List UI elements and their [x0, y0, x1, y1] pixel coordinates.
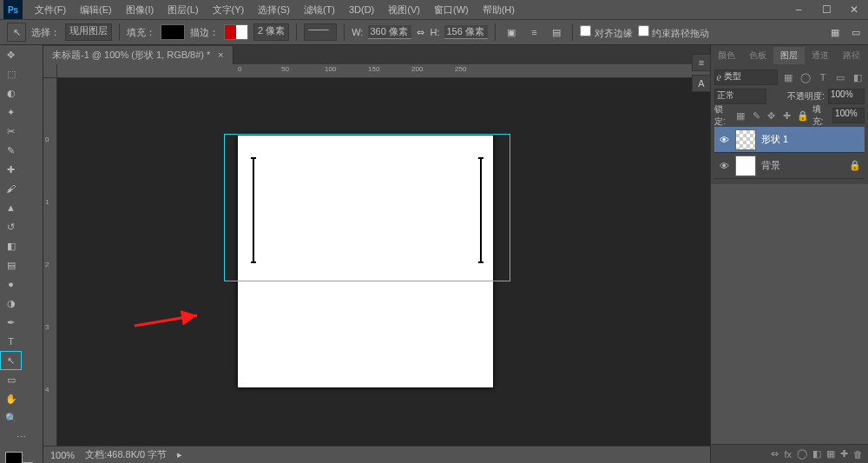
- ruler-origin[interactable]: [43, 64, 57, 78]
- fx-icon[interactable]: fx: [784, 449, 792, 460]
- blur-tool[interactable]: ●: [0, 274, 22, 294]
- select-layers-dropdown[interactable]: 现用图层: [65, 23, 112, 41]
- opacity-field[interactable]: 100%: [828, 89, 865, 104]
- stroke-type-dropdown[interactable]: ───: [304, 23, 337, 41]
- filter-shape-icon[interactable]: ▭: [833, 72, 847, 83]
- menu-image[interactable]: 图像(I): [119, 3, 161, 17]
- color-swatches[interactable]: [0, 450, 43, 463]
- dodge-tool[interactable]: ◑: [0, 294, 22, 313]
- history-tool[interactable]: ↺: [0, 217, 22, 236]
- pen-tool[interactable]: ✒: [0, 313, 22, 332]
- lock-icon[interactable]: 🔒: [849, 160, 861, 171]
- group-icon[interactable]: ▦: [826, 448, 835, 460]
- brush-tool[interactable]: 🖌: [0, 179, 22, 198]
- shape-path-left[interactable]: [253, 158, 254, 262]
- zoom-level[interactable]: 100%: [50, 450, 75, 460]
- adjustment-icon[interactable]: ◧: [812, 448, 821, 460]
- fill-opacity-field[interactable]: 100%: [832, 108, 865, 123]
- crop-tool[interactable]: ✂: [0, 122, 22, 141]
- opt-right-2[interactable]: ▭: [847, 23, 865, 41]
- tab-swatches[interactable]: 色板: [742, 47, 773, 64]
- menu-select[interactable]: 选择(S): [251, 3, 297, 17]
- mask-icon[interactable]: ◯: [797, 448, 807, 460]
- collapsed-panel-icon[interactable]: A: [692, 75, 711, 92]
- arrange-icon[interactable]: ▤: [548, 23, 565, 41]
- move-tool[interactable]: ✥: [0, 45, 22, 64]
- horizontal-ruler[interactable]: 0 50 100 150 200 250: [57, 64, 710, 78]
- status-arrow-icon[interactable]: ▸: [177, 449, 182, 460]
- shape-tool[interactable]: ▭: [0, 370, 22, 389]
- hand-tool[interactable]: ✋: [0, 389, 22, 408]
- max-button[interactable]: ☐: [812, 0, 840, 19]
- layer-thumbnail[interactable]: [735, 155, 756, 176]
- menu-3d[interactable]: 3D(D): [342, 4, 381, 15]
- shape-path-right[interactable]: [480, 158, 482, 262]
- tab-channels[interactable]: 通道: [805, 47, 836, 64]
- tab-color[interactable]: 颜色: [711, 47, 742, 64]
- zoom-tool[interactable]: 🔍: [0, 408, 22, 427]
- filter-pixel-icon[interactable]: ▦: [781, 72, 795, 83]
- filter-adjust-icon[interactable]: ◯: [799, 72, 812, 83]
- tab-close-icon[interactable]: ×: [218, 50, 223, 60]
- vertical-ruler[interactable]: 0 1 2 3 4: [43, 78, 57, 446]
- stroke-swatch[interactable]: [224, 24, 248, 40]
- eyedrop-tool[interactable]: ✎: [0, 141, 22, 160]
- active-tool-icon[interactable]: ↖: [7, 23, 26, 42]
- menu-edit[interactable]: 编辑(E): [73, 3, 119, 17]
- menu-filter[interactable]: 滤镜(T): [297, 3, 342, 17]
- menu-window[interactable]: 窗口(W): [427, 3, 476, 17]
- fill-swatch[interactable]: [161, 24, 185, 40]
- tab-paths[interactable]: 路径: [836, 47, 867, 64]
- marquee-tool[interactable]: ⬚: [0, 64, 22, 83]
- tab-layers[interactable]: 图层: [773, 47, 805, 64]
- lock-position-icon[interactable]: ✥: [766, 110, 778, 122]
- new-layer-icon[interactable]: ✚: [840, 448, 848, 460]
- visibility-icon[interactable]: 👁: [718, 161, 730, 171]
- trash-icon[interactable]: 🗑: [853, 449, 863, 460]
- visibility-icon[interactable]: 👁: [718, 135, 730, 145]
- filter-smart-icon[interactable]: ◧: [851, 72, 865, 83]
- canvas-area[interactable]: 0 50 100 150 200 250 0 1 2 3 4: [43, 64, 710, 446]
- collapsed-panel-icon[interactable]: ≡: [692, 54, 711, 71]
- layer-name[interactable]: 形状 1: [761, 133, 788, 146]
- more-tools[interactable]: ⋯: [0, 427, 43, 446]
- align-edges-check[interactable]: 对齐边缘: [580, 25, 632, 40]
- lock-artboard-icon[interactable]: ✚: [781, 110, 793, 122]
- opt-right-1[interactable]: ▦: [826, 23, 844, 41]
- menu-view[interactable]: 视图(V): [381, 3, 427, 17]
- layer-thumbnail[interactable]: [735, 129, 756, 150]
- lock-trans-icon[interactable]: ▦: [735, 110, 747, 122]
- path-selection-tool[interactable]: ↖: [0, 351, 22, 370]
- layer-name[interactable]: 背景: [761, 159, 780, 172]
- lock-pixels-icon[interactable]: ✎: [750, 110, 762, 122]
- height-field[interactable]: 156 像素: [444, 25, 488, 39]
- layer-filter-dropdown[interactable]: 𝜌 类型: [714, 69, 778, 85]
- lasso-tool[interactable]: ◐: [0, 83, 22, 103]
- document-tab[interactable]: 未标题-1 @ 100% (形状 1, RGB/8#) * ×: [43, 46, 233, 64]
- gradient-tool[interactable]: ▤: [0, 255, 22, 274]
- filter-type-icon[interactable]: T: [816, 72, 830, 83]
- align-icon[interactable]: ≡: [525, 23, 542, 41]
- layer-shape-1[interactable]: 👁 形状 1: [714, 127, 865, 153]
- lock-all-icon[interactable]: 🔒: [797, 110, 809, 122]
- layer-background[interactable]: 👁 背景 🔒: [714, 153, 865, 179]
- link-icon[interactable]: ⇔: [417, 27, 424, 38]
- type-tool[interactable]: T: [0, 332, 22, 351]
- stamp-tool[interactable]: ▲: [0, 198, 22, 217]
- document-canvas[interactable]: [238, 136, 493, 387]
- menu-help[interactable]: 帮助(H): [476, 3, 522, 17]
- wand-tool[interactable]: ✦: [0, 103, 22, 122]
- stroke-width[interactable]: 2 像素: [253, 23, 289, 41]
- eraser-tool[interactable]: ◧: [0, 236, 22, 255]
- doc-info[interactable]: 文档:468.8K/0 字节: [85, 448, 167, 461]
- min-button[interactable]: –: [785, 0, 812, 19]
- width-field[interactable]: 360 像素: [368, 25, 411, 39]
- heal-tool[interactable]: ✚: [0, 160, 22, 179]
- close-button[interactable]: ✕: [840, 0, 868, 19]
- link-layers-icon[interactable]: ⇔: [771, 448, 779, 460]
- constrain-path-check[interactable]: 约束路径拖动: [638, 25, 709, 40]
- blend-mode-dropdown[interactable]: 正常: [714, 89, 766, 104]
- path-ops-icon[interactable]: ▣: [503, 23, 520, 41]
- fg-color[interactable]: [5, 452, 23, 463]
- menu-layer[interactable]: 图层(L): [161, 3, 205, 17]
